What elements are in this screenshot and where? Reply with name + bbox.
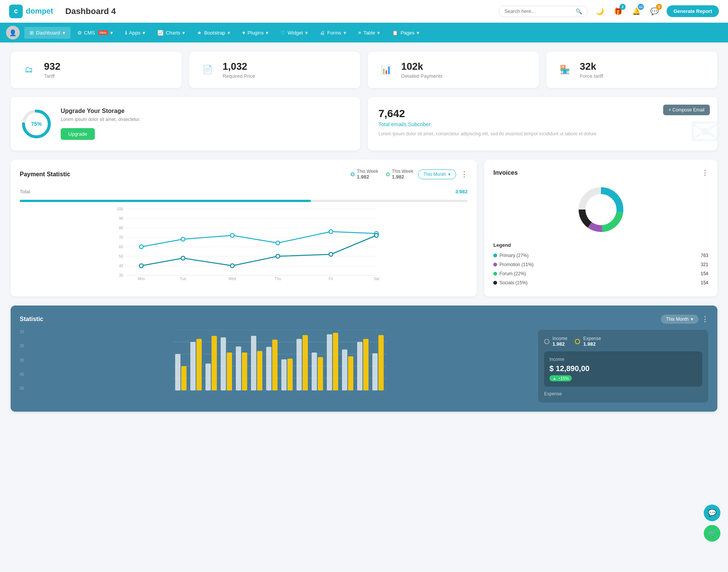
notifications-btn[interactable]: 🔔 12 — [630, 5, 642, 17]
statistic-this-month-btn[interactable]: This Month ▾ — [661, 315, 698, 324]
nav-item-apps[interactable]: ℹ Apps ▾ — [120, 27, 151, 39]
chevron-down-statistic: ▾ — [691, 317, 693, 322]
svg-rect-62 — [287, 359, 293, 390]
main-content: 🗂 932 Tariff 📄 1,032 Required Price 📊 10… — [0, 42, 728, 421]
nav-item-table[interactable]: ≡ Table ▾ — [353, 27, 386, 39]
svg-text:100: 100 — [117, 207, 123, 211]
svg-text:60: 60 — [119, 245, 124, 249]
legend-item-week2: This Week 1.982 — [386, 169, 413, 180]
svg-point-26 — [231, 264, 234, 268]
logo-icon: c — [9, 5, 23, 18]
expense-item: Expense 1.982 — [575, 336, 601, 347]
invoices-forum-count: 154 — [701, 271, 708, 276]
invoices-legend-title: Legend — [493, 242, 708, 248]
email-card: + Compose Email 7,642 Total emails Subcr… — [368, 97, 717, 150]
nav-item-pages[interactable]: 📋 Pages ▾ — [387, 27, 425, 39]
svg-point-21 — [276, 241, 280, 245]
middle-section: 75% Upgrade Your Storage Lorem ipsum dol… — [11, 97, 717, 150]
svg-rect-66 — [318, 357, 323, 390]
statistic-more-btn[interactable]: ⋮ — [701, 315, 708, 323]
apps-icon: ℹ — [125, 30, 127, 36]
svg-rect-59 — [266, 347, 271, 390]
stat-card-tariff: 🗂 932 Tariff — [11, 52, 182, 88]
svg-point-27 — [276, 254, 280, 258]
email-count: 7,642 — [378, 108, 707, 120]
stat-cards-grid: 🗂 932 Tariff 📄 1,032 Required Price 📊 10… — [11, 52, 717, 88]
payment-statistic-card: Payment Statistic This Week 1.982 — [11, 160, 477, 296]
payment-chart-controls: This Week 1.982 This Week 1.982 — [351, 169, 468, 180]
invoices-more-btn[interactable]: ⋮ — [701, 169, 708, 177]
bar-chart-container: 50 40 30 20 10 — [20, 330, 530, 403]
total-label: Total — [20, 189, 30, 194]
legend-week1-value: 1.982 — [357, 174, 378, 180]
income-box: Income $ 12,890,00 ▲ +15% — [544, 351, 702, 387]
svg-rect-72 — [363, 339, 369, 390]
payment-chart-header: Payment Statistic This Week 1.982 — [20, 169, 468, 180]
svg-text:90: 90 — [119, 216, 124, 221]
header-icons: 🌙 🎁 2 🔔 12 💬 5 Generate Report — [594, 5, 719, 17]
detailed-payments-icon: 📊 — [377, 61, 395, 79]
nav-label-bootstrap: Bootstrap — [204, 30, 225, 36]
detailed-payments-label: Detailed Payments — [401, 73, 442, 79]
messages-btn[interactable]: 💬 5 — [648, 5, 661, 17]
force-tariff-icon: 🏪 — [555, 61, 574, 79]
invoices-primary-name: Primary (27%) — [493, 253, 529, 258]
nav-item-bootstrap[interactable]: ★ Bootstrap ▾ — [192, 27, 235, 39]
stat-card-required-price: 📄 1,032 Required Price — [189, 52, 360, 88]
storage-description: Lorem ipsum dolor sit amet, onsectetur. — [61, 117, 140, 122]
charts-icon: 📈 — [157, 30, 163, 36]
svg-rect-74 — [378, 335, 384, 390]
invoices-promotion-count: 321 — [701, 262, 708, 267]
legend-week1: This Week 1.982 — [357, 169, 378, 180]
search-input[interactable] — [504, 8, 573, 14]
socials-color-dot — [493, 281, 497, 285]
invoices-card: Invoices ⋮ Lege — [484, 160, 717, 296]
expense-info: Expense 1.982 — [583, 336, 601, 347]
nav-label-table: Table — [363, 30, 375, 36]
nav-item-cms[interactable]: ⚙ CMS New ▾ — [72, 27, 118, 39]
svg-text:Tue: Tue — [180, 277, 186, 281]
svg-rect-52 — [212, 336, 217, 390]
income-label: Income — [552, 336, 567, 341]
total-progress-fill — [20, 200, 311, 202]
invoices-legend-row-socials: Socials (15%) 154 — [493, 278, 708, 287]
svg-rect-48 — [181, 366, 187, 390]
payment-chart-title: Payment Statistic — [20, 171, 70, 178]
tariff-number: 932 — [44, 61, 60, 72]
statistic-controls: This Month ▾ ⋮ — [661, 315, 708, 324]
force-tariff-label: Force tariff — [580, 73, 603, 79]
gifts-btn[interactable]: 🎁 2 — [612, 5, 624, 17]
invoices-header: Invoices ⋮ — [493, 169, 708, 177]
income-value: 1.982 — [552, 341, 567, 347]
stat-card-tariff-info: 932 Tariff — [44, 61, 60, 79]
nav-item-charts[interactable]: 📈 Charts ▾ — [152, 27, 190, 39]
line-chart-svg: 100 90 80 70 60 50 40 30 — [20, 205, 468, 281]
svg-rect-73 — [372, 353, 378, 390]
nav-item-widget[interactable]: ♡ Widget ▾ — [275, 27, 313, 39]
payment-more-btn[interactable]: ⋮ — [461, 170, 468, 179]
stat-card-required-price-info: 1,032 Required Price — [223, 61, 255, 79]
search-box[interactable]: 🔍 — [499, 6, 588, 17]
logo: c dompet — [9, 5, 53, 18]
nav-item-dashboard[interactable]: ⊞ Dashboard ▾ — [24, 27, 71, 39]
upgrade-button[interactable]: Upgrade — [61, 128, 95, 140]
invoices-forum-name: Forum (22%) — [493, 271, 526, 276]
storage-title: Upgrade Your Storage — [61, 108, 140, 114]
stat-card-detailed-payments: 📊 102k Detailed Payments — [368, 52, 539, 88]
invoices-promotion-name: Promotion (11%) — [493, 262, 533, 267]
chevron-down-month: ▾ — [448, 172, 450, 177]
theme-toggle-btn[interactable]: 🌙 — [594, 5, 606, 17]
dashboard-icon: ⊞ — [30, 30, 34, 36]
email-bg-icon: ✉ — [689, 110, 717, 150]
nav-item-plugins[interactable]: ♥ Plugins ▾ — [237, 27, 274, 39]
storage-info: Upgrade Your Storage Lorem ipsum dolor s… — [61, 108, 140, 140]
chevron-down-icon-plugins: ▾ — [266, 30, 268, 36]
expense-section-label: Expense — [544, 391, 702, 396]
this-month-filter-btn[interactable]: This Month ▾ — [418, 169, 456, 179]
svg-rect-49 — [190, 342, 196, 390]
required-price-icon: 📄 — [198, 61, 217, 79]
expense-label: Expense — [583, 336, 601, 341]
generate-report-button[interactable]: Generate Report — [667, 5, 719, 17]
nav-item-forms[interactable]: 🖨 Forms ▾ — [315, 27, 351, 39]
svg-text:70: 70 — [119, 235, 124, 240]
